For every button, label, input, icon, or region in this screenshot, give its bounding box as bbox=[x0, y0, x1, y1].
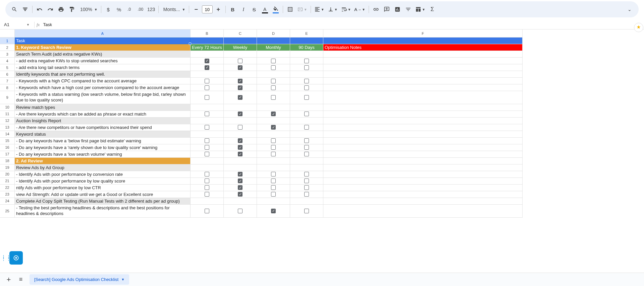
cell-a15[interactable]: - Do any keywords have a 'below first pa… bbox=[15, 138, 191, 144]
text-rotation-icon[interactable]: A→▼ bbox=[353, 7, 367, 12]
cell-a5[interactable]: - add extra long tail search terms bbox=[15, 64, 191, 71]
checkbox[interactable] bbox=[271, 152, 276, 156]
cell-F3[interactable] bbox=[323, 51, 523, 58]
zoom-dropdown[interactable]: 100%▼ bbox=[77, 7, 99, 12]
cell-f22[interactable] bbox=[323, 185, 523, 191]
cell-f20[interactable] bbox=[323, 171, 523, 178]
cell-b11[interactable] bbox=[191, 111, 224, 118]
cell-c4[interactable] bbox=[224, 58, 257, 64]
checkbox[interactable] bbox=[271, 85, 276, 90]
checkbox[interactable] bbox=[304, 125, 309, 130]
cell-D10[interactable] bbox=[257, 104, 290, 111]
cell-f4[interactable] bbox=[323, 58, 523, 64]
cell-a8[interactable]: - Keywords which have a high cost per co… bbox=[15, 84, 191, 91]
cell-E18[interactable] bbox=[290, 158, 323, 164]
cell-a22[interactable]: ntify Ads with poor performance by low C… bbox=[15, 185, 191, 191]
cell-E10[interactable] bbox=[290, 104, 323, 111]
cell-a25[interactable]: - Testing the best performing headlines … bbox=[15, 205, 191, 218]
formula-input[interactable]: Task bbox=[43, 22, 52, 27]
cell-d11[interactable] bbox=[257, 111, 290, 118]
checkbox[interactable] bbox=[205, 145, 209, 150]
cell-f16[interactable] bbox=[323, 144, 523, 151]
checkbox[interactable] bbox=[205, 95, 209, 100]
checkbox[interactable] bbox=[238, 209, 243, 213]
cell-F24[interactable] bbox=[323, 198, 523, 205]
cell-b9[interactable] bbox=[191, 91, 224, 104]
checkbox[interactable] bbox=[304, 192, 309, 197]
decrease-font-icon[interactable]: − bbox=[191, 4, 201, 14]
italic-icon[interactable]: I bbox=[238, 4, 249, 14]
row-header-15[interactable]: 15 bbox=[0, 138, 15, 144]
cell-f13[interactable] bbox=[323, 124, 523, 131]
text-wrap-icon[interactable]: ▼ bbox=[339, 6, 352, 12]
cell-c16[interactable] bbox=[224, 144, 257, 151]
cell-C14[interactable] bbox=[224, 131, 257, 138]
merge-cells-icon[interactable]: ▼ bbox=[296, 6, 309, 12]
cell-b22[interactable] bbox=[191, 185, 224, 191]
cell-C10[interactable] bbox=[224, 104, 257, 111]
cell-C6[interactable] bbox=[224, 71, 257, 78]
cell-a12[interactable]: Auction Insights Report bbox=[15, 118, 191, 124]
checkbox[interactable] bbox=[271, 79, 276, 83]
cell-D3[interactable] bbox=[257, 51, 290, 58]
checkbox[interactable] bbox=[304, 178, 309, 183]
select-all-corner[interactable] bbox=[0, 29, 15, 38]
row-header-7[interactable]: 7 bbox=[0, 78, 15, 84]
cell-B18[interactable] bbox=[191, 158, 224, 164]
cell-a21[interactable]: - Identify Ads with poor performance by … bbox=[15, 178, 191, 185]
cell-E1[interactable] bbox=[290, 38, 323, 44]
cell-f15[interactable] bbox=[323, 138, 523, 144]
cell-b15[interactable] bbox=[191, 138, 224, 144]
cell-D12[interactable] bbox=[257, 118, 290, 124]
all-sheets-button[interactable]: ≡ bbox=[15, 274, 27, 286]
checkbox[interactable] bbox=[271, 65, 276, 70]
side-panel-toggle[interactable] bbox=[634, 23, 643, 32]
checkbox[interactable] bbox=[304, 95, 309, 100]
checkbox[interactable] bbox=[304, 59, 309, 63]
spreadsheet-grid[interactable]: ABCDEF1Task21. Keyword Search ReviewEver… bbox=[0, 29, 644, 218]
cell-d15[interactable] bbox=[257, 138, 290, 144]
cell-F14[interactable] bbox=[323, 131, 523, 138]
checkbox[interactable] bbox=[205, 138, 209, 143]
cell-c22[interactable] bbox=[224, 185, 257, 191]
cell-c8[interactable] bbox=[224, 84, 257, 91]
cell-d7[interactable] bbox=[257, 78, 290, 84]
cell-F18[interactable] bbox=[323, 158, 523, 164]
cell-e20[interactable] bbox=[290, 171, 323, 178]
cell-d13[interactable] bbox=[257, 124, 290, 131]
cell-e11[interactable] bbox=[290, 111, 323, 118]
cell-b7[interactable] bbox=[191, 78, 224, 84]
cell-b16[interactable] bbox=[191, 144, 224, 151]
cell-b4[interactable] bbox=[191, 58, 224, 64]
undo-icon[interactable] bbox=[35, 4, 45, 14]
cell-C3[interactable] bbox=[224, 51, 257, 58]
checkbox[interactable] bbox=[238, 79, 243, 83]
cell-a7[interactable]: - Keywords with a high CPC compared to t… bbox=[15, 78, 191, 84]
cell-D19[interactable] bbox=[257, 164, 290, 171]
bold-icon[interactable]: B bbox=[228, 4, 238, 14]
checkbox[interactable] bbox=[271, 178, 276, 183]
insert-link-icon[interactable] bbox=[371, 4, 381, 14]
checkbox[interactable] bbox=[238, 145, 243, 150]
checkbox[interactable] bbox=[271, 112, 276, 116]
cell-d17[interactable] bbox=[257, 151, 290, 158]
checkbox[interactable] bbox=[205, 209, 209, 213]
checkbox[interactable] bbox=[238, 138, 243, 143]
cell-a13[interactable]: - Are there new competitors or have comp… bbox=[15, 124, 191, 131]
cell-f9[interactable] bbox=[323, 91, 523, 104]
checkbox[interactable] bbox=[205, 152, 209, 156]
borders-icon[interactable] bbox=[285, 4, 295, 14]
cell-B6[interactable] bbox=[191, 71, 224, 78]
checkbox[interactable] bbox=[304, 65, 309, 70]
cell-c20[interactable] bbox=[224, 171, 257, 178]
checkbox[interactable] bbox=[304, 145, 309, 150]
cell-E24[interactable] bbox=[290, 198, 323, 205]
checkbox[interactable] bbox=[238, 125, 243, 130]
cell-D18[interactable] bbox=[257, 158, 290, 164]
row-header-4[interactable]: 4 bbox=[0, 58, 15, 64]
font-family-dropdown[interactable]: Monts...▼ bbox=[161, 7, 187, 12]
cell-d5[interactable] bbox=[257, 64, 290, 71]
column-header-D[interactable]: D bbox=[257, 29, 290, 38]
column-header-A[interactable]: A bbox=[15, 29, 191, 38]
checkbox[interactable] bbox=[238, 59, 243, 63]
